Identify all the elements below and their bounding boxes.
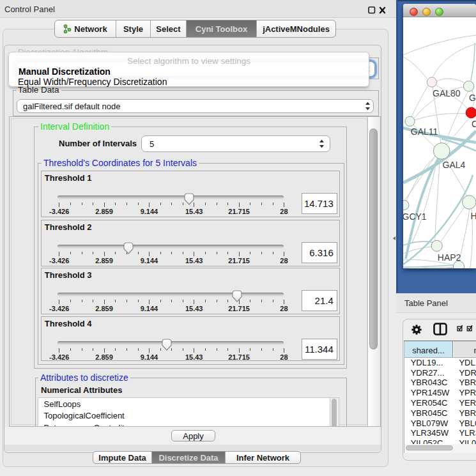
svg-text:GAL4: GAL4 — [443, 160, 466, 170]
svg-text:GAL80: GAL80 — [433, 88, 461, 98]
svg-text:GCY1: GCY1 — [403, 211, 427, 222]
svg-text:GA: GA — [469, 93, 476, 103]
svg-text:GAL11: GAL11 — [411, 127, 438, 137]
svg-text:HAP2: HAP2 — [438, 252, 461, 263]
svg-text:HA: HA — [470, 211, 476, 221]
svg-text:CR: CR — [472, 119, 476, 129]
